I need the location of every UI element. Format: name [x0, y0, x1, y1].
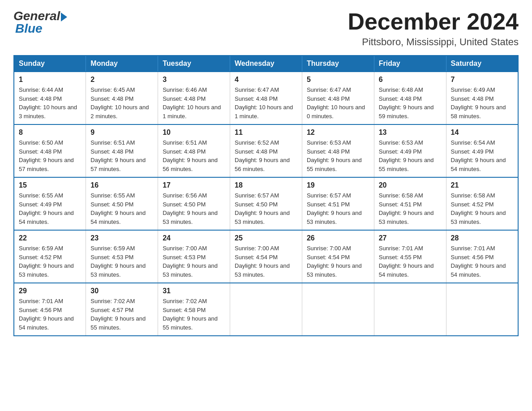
day-info: Sunrise: 7:00 AMSunset: 4:53 PMDaylight:…	[163, 244, 225, 279]
calendar-cell: 3 Sunrise: 6:46 AMSunset: 4:48 PMDayligh…	[158, 72, 230, 124]
day-number: 25	[235, 234, 297, 242]
calendar-cell: 30 Sunrise: 7:02 AMSunset: 4:57 PMDaylig…	[86, 283, 158, 336]
day-info: Sunrise: 6:59 AMSunset: 4:52 PMDaylight:…	[19, 244, 81, 279]
day-number: 11	[235, 128, 297, 137]
day-info: Sunrise: 6:51 AMSunset: 4:48 PMDaylight:…	[163, 138, 225, 173]
day-number: 12	[307, 128, 369, 137]
day-number: 15	[19, 181, 81, 189]
day-number: 29	[19, 287, 81, 295]
weekday-header-thursday: Thursday	[302, 56, 374, 72]
calendar-cell: 10 Sunrise: 6:51 AMSunset: 4:48 PMDaylig…	[158, 124, 230, 177]
day-number: 13	[379, 128, 442, 137]
logo-blue-text: Blue	[13, 21, 43, 36]
day-number: 22	[19, 234, 81, 242]
calendar-cell: 1 Sunrise: 6:44 AMSunset: 4:48 PMDayligh…	[14, 72, 86, 124]
day-info: Sunrise: 7:02 AMSunset: 4:57 PMDaylight:…	[90, 297, 153, 332]
day-info: Sunrise: 6:55 AMSunset: 4:50 PMDaylight:…	[90, 191, 153, 226]
calendar-cell: 28 Sunrise: 7:01 AMSunset: 4:56 PMDaylig…	[446, 230, 518, 283]
day-info: Sunrise: 6:59 AMSunset: 4:53 PMDaylight:…	[90, 244, 153, 279]
calendar-cell	[230, 283, 302, 336]
day-number: 1	[19, 76, 81, 84]
day-info: Sunrise: 6:47 AMSunset: 4:48 PMDaylight:…	[235, 86, 297, 120]
day-info: Sunrise: 6:55 AMSunset: 4:49 PMDaylight:…	[19, 191, 81, 226]
calendar-table: SundayMondayTuesdayWednesdayThursdayFrid…	[13, 55, 519, 336]
calendar-cell: 24 Sunrise: 7:00 AMSunset: 4:53 PMDaylig…	[158, 230, 230, 283]
calendar-cell: 12 Sunrise: 6:53 AMSunset: 4:48 PMDaylig…	[302, 124, 374, 177]
calendar-cell: 16 Sunrise: 6:55 AMSunset: 4:50 PMDaylig…	[86, 177, 158, 230]
day-number: 3	[163, 76, 225, 84]
day-info: Sunrise: 6:58 AMSunset: 4:51 PMDaylight:…	[379, 191, 442, 226]
logo-arrow-icon	[61, 13, 67, 21]
calendar-cell: 21 Sunrise: 6:58 AMSunset: 4:52 PMDaylig…	[446, 177, 518, 230]
calendar-cell: 29 Sunrise: 7:01 AMSunset: 4:56 PMDaylig…	[14, 283, 86, 336]
calendar-cell: 27 Sunrise: 7:01 AMSunset: 4:55 PMDaylig…	[374, 230, 446, 283]
calendar-cell: 5 Sunrise: 6:47 AMSunset: 4:48 PMDayligh…	[302, 72, 374, 124]
calendar-cell: 23 Sunrise: 6:59 AMSunset: 4:53 PMDaylig…	[86, 230, 158, 283]
calendar-body: 1 Sunrise: 6:44 AMSunset: 4:48 PMDayligh…	[14, 72, 518, 336]
calendar-cell: 8 Sunrise: 6:50 AMSunset: 4:48 PMDayligh…	[14, 124, 86, 177]
day-number: 26	[307, 234, 369, 242]
calendar-week-5: 29 Sunrise: 7:01 AMSunset: 4:56 PMDaylig…	[14, 283, 518, 336]
day-info: Sunrise: 6:57 AMSunset: 4:50 PMDaylight:…	[235, 191, 297, 226]
day-info: Sunrise: 6:44 AMSunset: 4:48 PMDaylight:…	[19, 86, 81, 120]
day-number: 31	[163, 287, 225, 295]
month-title: December 2024	[348, 9, 519, 34]
day-info: Sunrise: 7:00 AMSunset: 4:54 PMDaylight:…	[307, 244, 369, 279]
calendar-cell	[446, 283, 518, 336]
calendar-cell: 31 Sunrise: 7:02 AMSunset: 4:58 PMDaylig…	[158, 283, 230, 336]
day-info: Sunrise: 6:54 AMSunset: 4:49 PMDaylight:…	[451, 138, 513, 173]
weekday-header-saturday: Saturday	[446, 56, 518, 72]
weekday-header-sunday: Sunday	[14, 56, 86, 72]
day-number: 16	[90, 181, 153, 189]
day-info: Sunrise: 6:45 AMSunset: 4:48 PMDaylight:…	[90, 86, 153, 120]
day-number: 17	[163, 181, 225, 189]
day-info: Sunrise: 6:57 AMSunset: 4:51 PMDaylight:…	[307, 191, 369, 226]
day-number: 4	[235, 76, 297, 84]
day-info: Sunrise: 6:46 AMSunset: 4:48 PMDaylight:…	[163, 86, 225, 120]
calendar-week-4: 22 Sunrise: 6:59 AMSunset: 4:52 PMDaylig…	[14, 230, 518, 283]
day-number: 14	[451, 128, 513, 137]
day-info: Sunrise: 6:48 AMSunset: 4:48 PMDaylight:…	[379, 86, 442, 120]
day-info: Sunrise: 7:01 AMSunset: 4:56 PMDaylight:…	[19, 297, 81, 332]
calendar-week-1: 1 Sunrise: 6:44 AMSunset: 4:48 PMDayligh…	[14, 72, 518, 124]
day-info: Sunrise: 6:47 AMSunset: 4:48 PMDaylight:…	[307, 86, 369, 120]
day-number: 28	[451, 234, 513, 242]
calendar-cell: 2 Sunrise: 6:45 AMSunset: 4:48 PMDayligh…	[86, 72, 158, 124]
calendar-cell: 11 Sunrise: 6:52 AMSunset: 4:48 PMDaylig…	[230, 124, 302, 177]
weekday-header-monday: Monday	[86, 56, 158, 72]
day-info: Sunrise: 6:52 AMSunset: 4:48 PMDaylight:…	[235, 138, 297, 173]
calendar-week-3: 15 Sunrise: 6:55 AMSunset: 4:49 PMDaylig…	[14, 177, 518, 230]
calendar-week-2: 8 Sunrise: 6:50 AMSunset: 4:48 PMDayligh…	[14, 124, 518, 177]
calendar-cell	[374, 283, 446, 336]
calendar-cell	[302, 283, 374, 336]
logo: General Blue	[13, 9, 67, 36]
calendar-cell: 9 Sunrise: 6:51 AMSunset: 4:48 PMDayligh…	[86, 124, 158, 177]
day-info: Sunrise: 6:53 AMSunset: 4:49 PMDaylight:…	[379, 138, 442, 173]
calendar-header: SundayMondayTuesdayWednesdayThursdayFrid…	[14, 56, 518, 72]
day-info: Sunrise: 6:51 AMSunset: 4:48 PMDaylight:…	[90, 138, 153, 173]
day-number: 6	[379, 76, 442, 84]
day-info: Sunrise: 7:02 AMSunset: 4:58 PMDaylight:…	[163, 297, 225, 332]
calendar-cell: 20 Sunrise: 6:58 AMSunset: 4:51 PMDaylig…	[374, 177, 446, 230]
day-info: Sunrise: 7:00 AMSunset: 4:54 PMDaylight:…	[235, 244, 297, 279]
day-number: 10	[163, 128, 225, 137]
weekday-header-friday: Friday	[374, 56, 446, 72]
day-info: Sunrise: 6:49 AMSunset: 4:48 PMDaylight:…	[451, 86, 513, 120]
calendar-cell: 13 Sunrise: 6:53 AMSunset: 4:49 PMDaylig…	[374, 124, 446, 177]
day-number: 23	[90, 234, 153, 242]
title-block: December 2024 Pittsboro, Mississippi, Un…	[348, 9, 519, 48]
calendar-header-row: SundayMondayTuesdayWednesdayThursdayFrid…	[14, 56, 518, 72]
day-number: 27	[379, 234, 442, 242]
day-number: 21	[451, 181, 513, 189]
day-number: 2	[90, 76, 153, 84]
calendar-cell: 22 Sunrise: 6:59 AMSunset: 4:52 PMDaylig…	[14, 230, 86, 283]
day-number: 18	[235, 181, 297, 189]
calendar-cell: 18 Sunrise: 6:57 AMSunset: 4:50 PMDaylig…	[230, 177, 302, 230]
day-number: 9	[90, 128, 153, 137]
day-number: 8	[19, 128, 81, 137]
day-number: 20	[379, 181, 442, 189]
calendar-cell: 26 Sunrise: 7:00 AMSunset: 4:54 PMDaylig…	[302, 230, 374, 283]
page-header: General Blue December 2024 Pittsboro, Mi…	[13, 9, 519, 48]
day-number: 5	[307, 76, 369, 84]
day-number: 30	[90, 287, 153, 295]
